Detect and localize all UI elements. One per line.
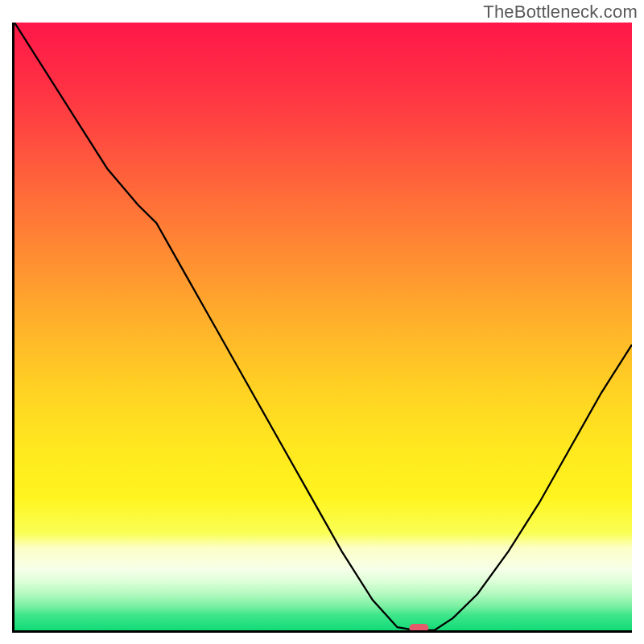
plot-area	[12, 23, 632, 633]
watermark-text: TheBottleneck.com	[483, 2, 638, 23]
gradient-background	[14, 23, 632, 630]
plot-svg	[14, 23, 632, 630]
chart-frame: TheBottleneck.com	[0, 0, 644, 644]
minimum-marker	[409, 624, 428, 630]
